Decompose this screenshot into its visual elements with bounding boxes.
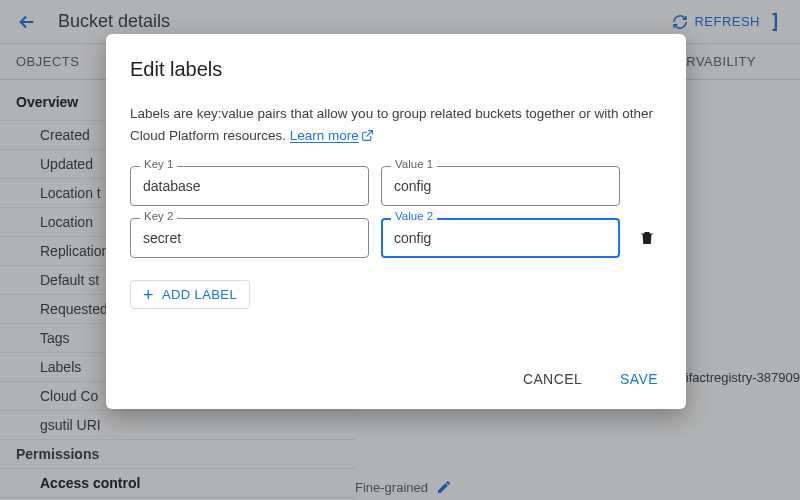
value-float-label: Value 2 (391, 211, 437, 223)
dialog-actions: CANCEL SAVE (130, 365, 662, 393)
cancel-button[interactable]: CANCEL (519, 365, 586, 393)
value-input[interactable] (381, 218, 620, 258)
key-input[interactable] (130, 218, 369, 258)
save-button[interactable]: SAVE (616, 365, 662, 393)
key-field: Key 1 (130, 166, 369, 206)
key-input[interactable] (130, 166, 369, 206)
external-link-icon (361, 129, 374, 142)
trash-icon[interactable] (632, 229, 662, 247)
label-row: Key 2Value 2 (130, 218, 662, 258)
key-float-label: Key 1 (140, 159, 177, 171)
value-float-label: Value 1 (391, 159, 437, 171)
add-label-button[interactable]: + ADD LABEL (130, 280, 250, 309)
value-field: Value 2 (381, 218, 620, 258)
edit-labels-dialog: Edit labels Labels are key:value pairs t… (106, 34, 686, 409)
value-field: Value 1 (381, 166, 620, 206)
add-label-text: ADD LABEL (162, 287, 237, 302)
value-input[interactable] (381, 166, 620, 206)
learn-more-link[interactable]: Learn more (290, 128, 359, 143)
dialog-description: Labels are key:value pairs that allow yo… (130, 103, 662, 146)
key-float-label: Key 2 (140, 211, 177, 223)
dialog-title: Edit labels (130, 58, 662, 81)
labels-grid: Key 1Value 1Key 2Value 2 (130, 166, 662, 258)
label-row: Key 1Value 1 (130, 166, 662, 206)
key-field: Key 2 (130, 218, 369, 258)
